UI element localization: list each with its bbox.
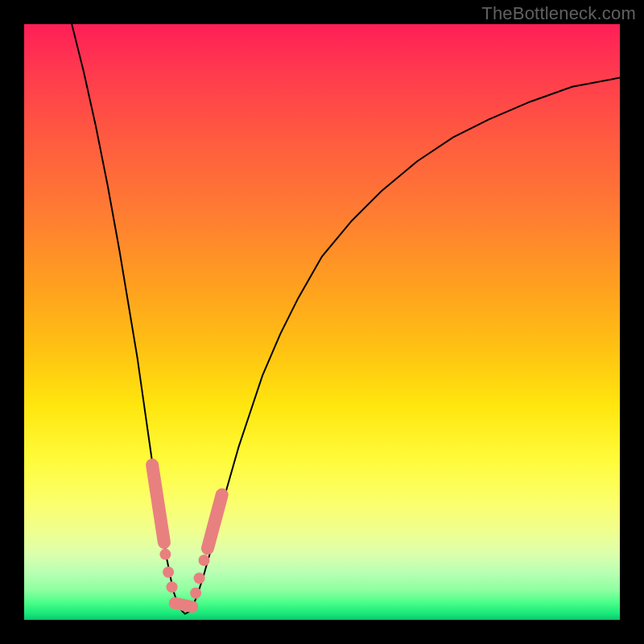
svg-point-3	[190, 588, 201, 599]
svg-point-5	[198, 555, 209, 566]
chart-frame: TheBottleneck.com	[0, 0, 644, 644]
svg-point-1	[163, 567, 174, 578]
bottleneck-curve	[72, 24, 620, 614]
svg-point-2	[167, 581, 178, 592]
curve-svg	[24, 24, 620, 620]
svg-point-0	[159, 549, 171, 560]
plot-area	[24, 24, 620, 620]
svg-point-4	[194, 572, 205, 584]
watermark-text: TheBottleneck.com	[481, 3, 636, 24]
curve-markers	[152, 465, 222, 607]
